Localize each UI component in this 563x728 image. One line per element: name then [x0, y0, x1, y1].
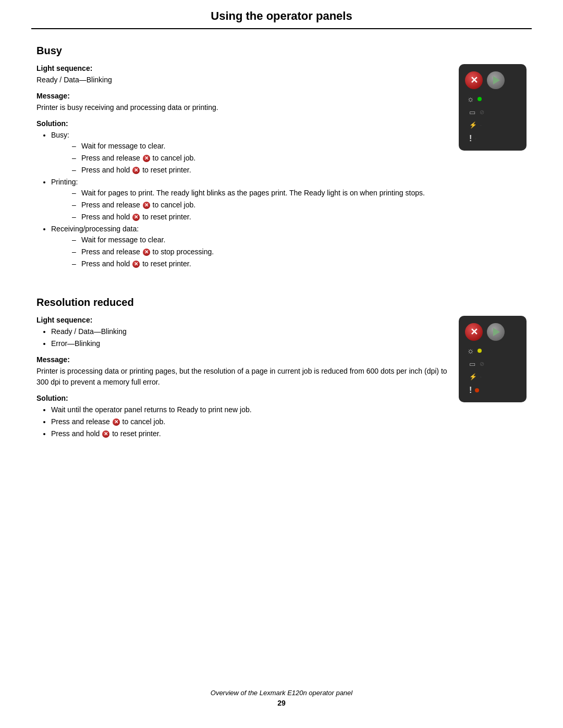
list-item: Wait for message to clear.: [72, 141, 448, 152]
resolution-message: Message: Printer is processing data or p…: [36, 355, 448, 388]
panel-top-buttons: ✕: [465, 71, 520, 89]
exclamation-icon: !: [469, 134, 472, 143]
resolution-light-sequence: Light sequence: Ready / Data—Blinking Er…: [36, 316, 448, 349]
error-indicator-row: ⚡ ·: [467, 121, 520, 129]
section-resolution-inner: Light sequence: Ready / Data—Blinking Er…: [36, 316, 527, 446]
exclamation-dot-2: [475, 388, 479, 392]
error-dot-off: ·: [480, 122, 482, 128]
resolution-message-label: Message:: [36, 355, 448, 364]
section-busy-inner: Light sequence: Ready / Data—Blinking Me…: [36, 64, 527, 276]
cancel-button-icon: ✕: [465, 71, 483, 89]
cancel-icon: ✕: [113, 418, 120, 426]
go-button-icon: [487, 71, 505, 89]
exclamation-dot-off: ·: [475, 136, 476, 142]
busy-message-label: Message:: [36, 92, 448, 100]
busy-solution-label: Solution:: [36, 119, 448, 128]
main-content: Busy Light sequence: Ready / Data—Blinki…: [0, 45, 563, 446]
exclamation-icon-2: !: [469, 386, 472, 395]
section-resolution-reduced: Resolution reduced Light sequence: Ready…: [36, 297, 527, 446]
list-item: Press and hold ✕ to reset printer.: [72, 258, 448, 269]
paper-indicator-row-2: ▭ ⊘: [467, 360, 520, 368]
resolution-light-label: Light sequence:: [36, 316, 448, 324]
paper-icon-2: ▭: [469, 360, 475, 368]
busy-solution: Solution: Busy: Wait for message to clea…: [36, 119, 448, 269]
cancel-icon: ✕: [132, 261, 140, 268]
busy-solution-body: Busy: Wait for message to clear. Press a…: [36, 130, 448, 269]
error-indicator-row-2: ⚡ ·: [467, 373, 520, 380]
resolution-solution: Solution: Wait until the operator panel …: [36, 394, 448, 439]
list-item: Printing: Wait for pages to print. The r…: [51, 177, 448, 223]
exclamation-indicator-row-2: !: [467, 386, 520, 395]
list-item: Press and release ✕ to cancel job.: [72, 200, 448, 211]
list-item: Press and release ✕ to cancel job.: [51, 416, 448, 427]
section-resolution-title: Resolution reduced: [36, 297, 527, 309]
operator-panel-resolution: ✕ ☼ ▭ ⊘ ⚡ ·: [459, 316, 527, 402]
resolution-solution-body: Wait until the operator panel returns to…: [36, 404, 448, 439]
list-item: Receiving/processing data: Wait for mess…: [51, 224, 448, 269]
panel-top-buttons-2: ✕: [465, 323, 520, 341]
list-item: Press and release ✕ to stop processing.: [72, 246, 448, 257]
busy-message-text: Printer is busy receiving and processing…: [36, 102, 448, 113]
page-title: Using the operator panels: [31, 9, 532, 23]
busy-light-sequence-value: Ready / Data—Blinking: [36, 75, 448, 85]
list-item: Error—Blinking: [51, 338, 448, 349]
section-busy: Busy Light sequence: Ready / Data—Blinki…: [36, 45, 527, 276]
list-item: Wait until the operator panel returns to…: [51, 404, 448, 415]
resolution-solution-label: Solution:: [36, 394, 448, 402]
list-item: Busy: Wait for message to clear. Press a…: [51, 130, 448, 176]
list-item: Press and hold ✕ to reset printer.: [72, 212, 448, 223]
cancel-icon: ✕: [143, 249, 150, 256]
cancel-button-icon-2: ✕: [465, 323, 483, 341]
busy-light-sequence: Light sequence: Ready / Data—Blinking: [36, 64, 448, 85]
operator-panel-busy: ✕ ☼ ▭ ⊘ ⚡ ·: [459, 64, 527, 151]
paper-icon: ▭: [469, 108, 475, 116]
ready-indicator-row-2: ☼: [465, 346, 520, 355]
busy-light-sequence-label: Light sequence:: [36, 64, 448, 72]
section-busy-title: Busy: [36, 45, 527, 57]
cancel-icon: ✕: [143, 202, 150, 209]
error-icon: ⚡: [469, 121, 477, 129]
section-resolution-text: Light sequence: Ready / Data—Blinking Er…: [36, 316, 448, 446]
list-item: Press and release ✕ to cancel job.: [72, 153, 448, 164]
ready-indicator-row: ☼: [465, 94, 520, 103]
ready-dot: [478, 97, 482, 101]
resolution-light-value: Ready / Data—Blinking Error—Blinking: [36, 326, 448, 349]
cancel-icon: ✕: [102, 430, 109, 438]
exclamation-indicator-row: ! ·: [467, 134, 520, 143]
list-item: Wait for message to clear.: [72, 235, 448, 245]
page-footer: Overview of the Lexmark E120n operator p…: [0, 689, 563, 707]
cancel-icon: ✕: [143, 155, 150, 162]
go-button-icon-2: [487, 323, 505, 341]
error-icon-2: ⚡: [469, 373, 477, 380]
section-busy-text: Light sequence: Ready / Data—Blinking Me…: [36, 64, 448, 276]
panel-box-resolution: ✕ ☼ ▭ ⊘ ⚡ ·: [459, 316, 527, 402]
list-item: Press and hold ✕ to reset printer.: [51, 428, 448, 439]
list-item: Ready / Data—Blinking: [51, 326, 448, 337]
toner-icon: ⊘: [480, 109, 484, 116]
error-dot-2: ·: [480, 374, 482, 380]
paper-indicator-row: ▭ ⊘: [467, 108, 520, 116]
footer-page-number: 29: [0, 699, 563, 707]
resolution-message-text: Printer is processing data or printing p…: [36, 366, 448, 388]
busy-message: Message: Printer is busy receiving and p…: [36, 92, 448, 113]
sun-icon-2: ☼: [467, 346, 474, 355]
toner-icon-2: ⊘: [480, 361, 484, 367]
cancel-icon: ✕: [132, 214, 140, 221]
list-item: Wait for pages to print. The ready light…: [72, 188, 448, 199]
ready-dot-2: [478, 349, 482, 353]
cancel-icon: ✕: [132, 167, 140, 174]
list-item: Press and hold ✕ to reset printer.: [72, 165, 448, 176]
footer-note: Overview of the Lexmark E120n operator p…: [0, 689, 563, 697]
panel-box-busy: ✕ ☼ ▭ ⊘ ⚡ ·: [459, 64, 527, 151]
page-header: Using the operator panels: [31, 0, 532, 29]
sun-icon: ☼: [467, 94, 474, 103]
